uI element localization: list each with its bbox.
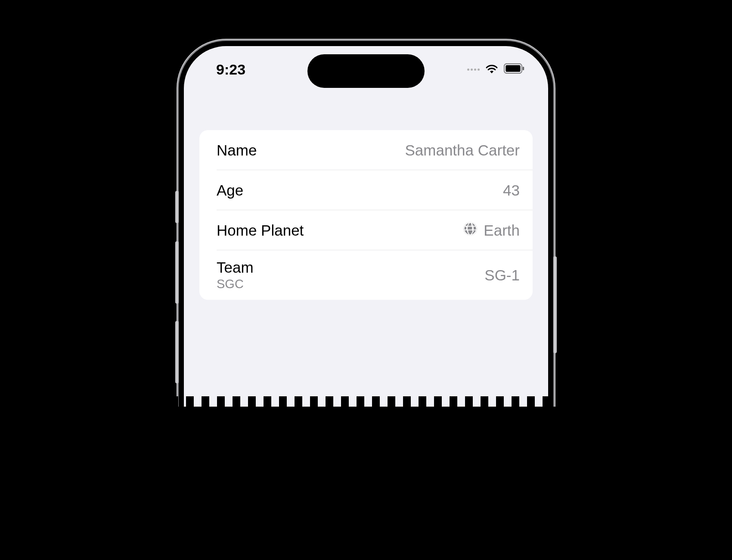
row-value: Samantha Carter <box>405 142 520 159</box>
power-button <box>553 256 557 353</box>
status-time: 9:23 <box>216 61 245 78</box>
row-title: Name <box>217 142 257 159</box>
silence-switch <box>175 191 179 223</box>
row-value: Earth <box>463 221 520 240</box>
wifi-icon <box>485 63 499 75</box>
row-value: 43 <box>503 182 520 199</box>
row-title: Team <box>217 259 254 276</box>
volume-down-button <box>175 321 179 383</box>
row-value: SG-1 <box>484 267 520 284</box>
row-title: Age <box>217 182 243 199</box>
battery-icon <box>504 63 524 75</box>
svg-rect-2 <box>523 67 524 71</box>
status-icons <box>467 63 524 75</box>
svg-rect-1 <box>506 65 520 72</box>
dynamic-island <box>307 54 425 88</box>
settings-group: Name Samantha Carter Age 43 Home Planet <box>199 130 533 300</box>
row-team[interactable]: Team SGC SG-1 <box>199 250 533 300</box>
row-age[interactable]: Age 43 <box>199 170 533 210</box>
globe-icon <box>463 221 478 240</box>
row-title: Home Planet <box>217 222 304 239</box>
row-value-text: Earth <box>484 222 520 239</box>
row-name[interactable]: Name Samantha Carter <box>199 130 533 170</box>
row-subtitle: SGC <box>217 277 254 291</box>
cellular-icon <box>467 68 480 71</box>
row-home-planet[interactable]: Home Planet Earth <box>199 210 533 250</box>
volume-up-button <box>175 241 179 304</box>
bottom-crop <box>0 396 732 560</box>
